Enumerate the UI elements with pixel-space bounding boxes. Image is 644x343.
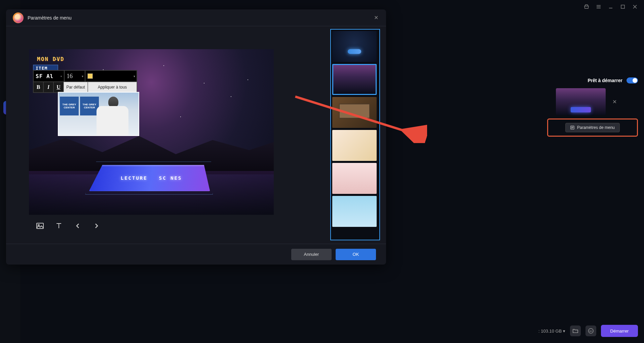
annotation-highlight-box: Paramètres de menu: [547, 118, 638, 137]
menu-settings-button[interactable]: Paramètres de menu: [565, 123, 620, 132]
app-avatar-icon: [13, 12, 24, 23]
storage-info[interactable]: : 103.10 GB ▾: [538, 329, 565, 334]
iso-output-icon[interactable]: ISO: [585, 325, 596, 336]
close-icon[interactable]: [632, 4, 638, 10]
video-clip-thumbnail[interactable]: THE GREYCENTER THE GREYCENTER: [58, 92, 139, 136]
selected-template-thumb[interactable]: [556, 88, 606, 115]
template-galaxy[interactable]: [332, 64, 377, 95]
clip-person: [97, 97, 128, 135]
maximize-icon[interactable]: [620, 4, 626, 10]
preview-area: MON DVD ITEM SF Al 16 B I U Par défaut A…: [29, 29, 310, 244]
color-swatch-icon: [87, 73, 93, 79]
italic-button[interactable]: I: [43, 82, 53, 93]
clip-sign-2: THE GREYCENTER: [80, 97, 99, 115]
prev-page-icon[interactable]: [73, 221, 82, 230]
svg-text:ISO: ISO: [589, 330, 592, 332]
right-panel: Prêt à démarrer ✕ Paramètres de menu: [547, 77, 638, 137]
clip-sign-1: THE GREYCENTER: [60, 97, 79, 115]
default-button[interactable]: Par défaut: [64, 82, 88, 93]
menu-nav-bar: LECTURE SC NES: [91, 165, 212, 191]
template-wedding[interactable]: [332, 163, 377, 194]
font-color-select[interactable]: [85, 70, 137, 82]
svg-rect-0: [621, 5, 624, 8]
template-list[interactable]: [330, 29, 380, 240]
shop-icon[interactable]: [583, 4, 590, 10]
dvd-title-text[interactable]: MON DVD: [37, 56, 64, 62]
menu-preview-canvas[interactable]: MON DVD ITEM SF Al 16 B I U Par défaut A…: [29, 49, 274, 215]
minimize-icon[interactable]: [608, 4, 614, 10]
image-tool-icon[interactable]: [36, 221, 44, 230]
modal-close-icon[interactable]: ✕: [373, 14, 379, 21]
modal-body: MON DVD ITEM SF Al 16 B I U Par défaut A…: [6, 26, 386, 244]
selected-template-row: ✕: [547, 88, 638, 115]
window-titlebar: [583, 0, 644, 13]
text-format-toolbar: SF Al 16 B I U Par défaut Appliquer à to…: [33, 70, 137, 93]
menu-lecture-button[interactable]: LECTURE: [121, 175, 148, 181]
menu-settings-icon: [570, 126, 574, 130]
modal-footer: Annuler OK: [6, 244, 386, 265]
font-family-select[interactable]: SF Al: [33, 70, 64, 82]
menu-scenes-button[interactable]: SC NES: [159, 175, 182, 181]
remove-template-icon[interactable]: ✕: [612, 99, 617, 105]
font-size-select[interactable]: 16: [64, 70, 85, 82]
menu-icon[interactable]: [596, 4, 602, 10]
modal-title: Paramètres de menu: [28, 15, 369, 21]
menu-settings-label: Paramètres de menu: [577, 125, 615, 130]
apply-all-button[interactable]: Appliquer à tous: [88, 82, 137, 93]
template-flowers[interactable]: [332, 130, 377, 161]
cancel-button[interactable]: Annuler: [291, 249, 332, 260]
modal-header: Paramètres de menu ✕: [6, 9, 386, 26]
template-neon[interactable]: [332, 31, 377, 62]
text-tool-icon[interactable]: [54, 221, 63, 230]
template-ocean[interactable]: [332, 196, 377, 227]
start-button[interactable]: Démarrer: [601, 325, 638, 337]
ready-toggle-row: Prêt à démarrer: [547, 77, 638, 83]
template-filmstrip[interactable]: [332, 97, 377, 128]
ready-label: Prêt à démarrer: [588, 78, 622, 83]
folder-output-icon[interactable]: [570, 325, 581, 336]
bold-button[interactable]: B: [33, 82, 43, 93]
ok-button[interactable]: OK: [336, 249, 376, 260]
underline-button[interactable]: U: [53, 82, 64, 93]
next-page-icon[interactable]: [92, 221, 101, 230]
svg-rect-11: [37, 223, 43, 229]
menu-settings-modal: Paramètres de menu ✕ MON DVD ITEM SF Al …: [6, 9, 386, 265]
preview-toolbar: [29, 221, 310, 230]
bottom-bar: : 103.10 GB ▾ ISO Démarrer: [538, 325, 638, 337]
ready-toggle[interactable]: [627, 77, 638, 83]
